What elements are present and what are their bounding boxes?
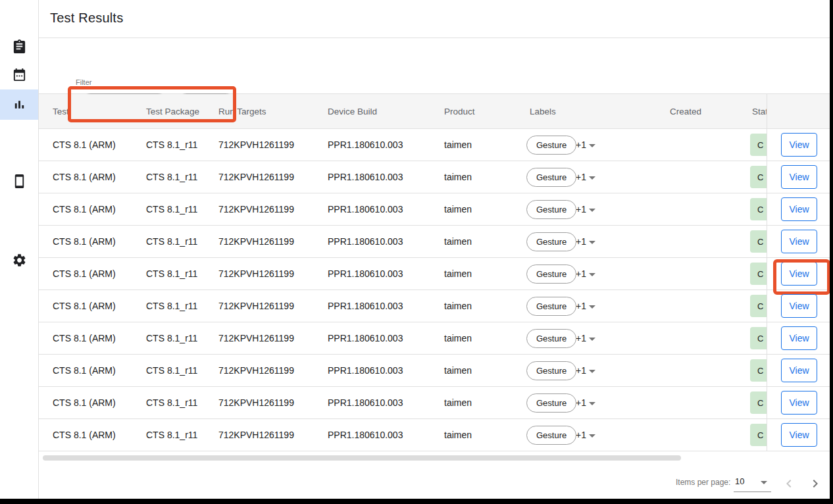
status-chip: C [750,424,767,446]
more-labels-dropdown[interactable]: +1 [576,129,595,161]
action-cell: View [767,322,830,355]
view-button[interactable]: View [781,326,817,350]
more-labels-dropdown[interactable]: +1 [576,419,595,451]
table-row: CTS 8.1 (ARM) CTS 8.1_r11 712KPVH1261199… [39,258,767,290]
view-button[interactable]: View [781,197,817,221]
page-title: Test Results [50,11,123,26]
more-labels-dropdown[interactable]: +1 [576,193,595,225]
more-labels-count: +1 [576,236,586,247]
column-header: Created [670,94,701,128]
chevron-right-icon [807,476,823,491]
column-header: Status [752,94,767,128]
view-button[interactable]: View [781,359,817,382]
cell-test: CTS 8.1 (ARM) [53,355,116,386]
label-chip: Gesture [526,232,576,251]
filter-field-label: Filter [76,78,91,86]
cell-run-targets: 712KPVH1261199 [218,129,294,161]
chevron-down-icon [589,402,595,405]
chevron-down-icon [589,434,595,438]
status-chip: C [750,166,767,188]
view-button[interactable]: View [781,391,817,415]
view-button[interactable]: View [781,165,817,189]
sidebar-item-test-results[interactable] [0,89,38,120]
clipboard-icon [12,39,27,54]
action-cell: View [767,290,830,322]
label-chip: Gesture [526,168,576,187]
table-body: CTS 8.1 (ARM) CTS 8.1_r11 712KPVH1261199… [39,129,767,451]
cell-test: CTS 8.1 (ARM) [53,322,116,354]
more-labels-dropdown[interactable]: +1 [576,290,595,322]
table-row: CTS 8.1 (ARM) CTS 8.1_r11 712KPVH1261199… [39,322,767,355]
more-labels-count: +1 [576,301,586,311]
chevron-down-icon [589,176,595,180]
cell-device-build: PPR1.180610.003 [328,419,403,451]
column-header: Product [444,94,475,128]
title-bar: Test Results [39,0,830,38]
view-button[interactable]: View [781,262,817,286]
cell-test-package: CTS 8.1_r11 [146,419,197,451]
sidebar-item-schedules[interactable] [0,59,38,89]
cell-product: taimen [444,129,472,161]
more-labels-dropdown[interactable]: +1 [576,322,595,354]
view-button[interactable]: View [781,423,817,447]
cell-test: CTS 8.1 (ARM) [53,129,116,161]
sidebar-item-settings[interactable] [0,245,38,275]
bar-chart-icon [12,97,27,113]
items-per-page-underline [734,491,771,492]
cell-test: CTS 8.1 (ARM) [53,387,116,418]
more-labels-count: +1 [576,268,586,279]
horizontal-scrollbar[interactable] [43,455,681,461]
cell-device-build: PPR1.180610.003 [328,258,403,290]
column-header: Test Package [146,94,199,128]
cell-run-targets: 712KPVH1261199 [218,226,294,257]
label-chip: Gesture [526,265,576,284]
more-labels-dropdown[interactable]: +1 [576,258,595,290]
view-button[interactable]: View [781,294,817,318]
cell-run-targets: 712KPVH1261199 [218,419,294,451]
pinned-column-header [767,94,830,129]
smartphone-icon [12,174,27,189]
cell-product: taimen [444,161,472,193]
cell-run-targets: 712KPVH1261199 [218,290,294,322]
status-chip: C [750,198,767,220]
more-labels-dropdown[interactable]: +1 [576,387,595,418]
table-row: CTS 8.1 (ARM) CTS 8.1_r11 712KPVH1261199… [39,290,767,322]
cell-run-targets: 712KPVH1261199 [218,322,294,354]
cell-device-build: PPR1.180610.003 [328,387,403,418]
chevron-down-icon [589,370,595,373]
filter-toolbar: Filter CTS 8.1 (ARM) Gesture [39,38,830,94]
cell-device-build: PPR1.180610.003 [328,193,403,225]
status-chip: C [750,295,767,317]
items-per-page-label: Items per page: [676,478,730,487]
more-labels-count: +1 [576,397,586,408]
cell-test-package: CTS 8.1_r11 [146,387,197,418]
cell-product: taimen [444,419,472,451]
chevron-down-icon [589,338,595,341]
sidebar-item-devices[interactable] [0,166,38,196]
table-row: CTS 8.1 (ARM) CTS 8.1_r11 712KPVH1261199… [39,387,767,419]
items-per-page-select[interactable]: 10 [734,474,772,492]
action-cell: View [767,161,830,193]
next-page-button[interactable] [807,476,823,491]
more-labels-dropdown[interactable]: +1 [576,355,595,386]
status-chip: C [750,263,767,285]
more-labels-dropdown[interactable]: +1 [576,226,595,257]
label-chip: Gesture [526,136,576,155]
cell-test-package: CTS 8.1_r11 [146,129,197,161]
sidebar [0,0,39,499]
results-table: Test Test Package Run Targets Device Bui… [39,94,830,451]
cell-run-targets: 712KPVH1261199 [218,387,294,418]
sidebar-item-test-plans[interactable] [0,31,38,61]
cell-test-package: CTS 8.1_r11 [146,161,197,193]
app-window: Test Results Filter CTS 8.1 (ARM) Gestur… [0,0,830,499]
cell-test: CTS 8.1 (ARM) [53,290,116,322]
chevron-down-icon [589,305,595,309]
view-button[interactable]: View [781,230,817,253]
view-button[interactable]: View [781,133,817,157]
column-header: Test [53,94,69,128]
cell-test: CTS 8.1 (ARM) [53,161,116,193]
previous-page-button[interactable] [781,476,797,491]
status-chip: C [750,391,767,414]
more-labels-dropdown[interactable]: +1 [576,161,595,193]
cell-device-build: PPR1.180610.003 [328,161,403,193]
